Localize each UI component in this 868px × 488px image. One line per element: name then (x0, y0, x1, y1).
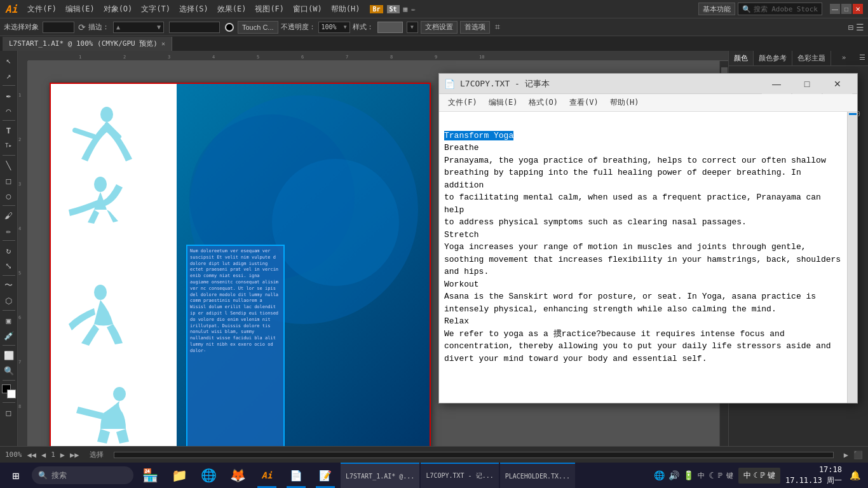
taskbar-search[interactable]: 🔍 搜索 (32, 466, 133, 484)
taskbar-app-illustrator[interactable]: Ai (253, 463, 281, 488)
touch-type-tool[interactable]: T▸ (2, 139, 16, 152)
stock-icon[interactable]: St (387, 5, 400, 13)
notepad-restore-button[interactable]: □ (792, 74, 822, 94)
notification-icon[interactable]: 🔔 (850, 470, 860, 480)
zoom-tool[interactable]: 🔍 (2, 363, 16, 377)
taskbar-app-notepad2[interactable]: 📝 (311, 463, 339, 488)
menu-view[interactable]: 视图(F) (251, 3, 288, 16)
feature-button[interactable]: 基本功能 (698, 3, 735, 15)
paintbrush-tool[interactable]: 🖌 (2, 208, 16, 222)
page-next-btn2[interactable]: ▶▶ (70, 451, 79, 459)
ime-block[interactable]: 中 ☾ ℙ 键 (738, 468, 780, 484)
more-icon[interactable]: ☰ (856, 22, 864, 32)
arrange-icon[interactable]: ⌗ (495, 22, 500, 32)
minimize-button[interactable]: — (830, 4, 840, 14)
close-button[interactable]: ✕ (853, 4, 863, 14)
artboard-textbox[interactable]: Num doloreetum ver esequam ver suscipsit… (186, 245, 285, 470)
screen-mode-icon[interactable]: □ (2, 405, 16, 419)
color-boxes[interactable] (2, 384, 16, 398)
notepad-menu-help[interactable]: 帮助(H) (605, 96, 644, 109)
warp-tool[interactable]: 〜 (2, 278, 16, 292)
restore-button[interactable]: □ (841, 4, 851, 14)
menu-object[interactable]: 对象(O) (100, 3, 137, 16)
bridge-icon[interactable]: Br (370, 5, 383, 13)
notepad-minimize-button[interactable]: — (762, 74, 791, 94)
yoga-figures-svg (50, 83, 177, 470)
network-icon[interactable]: 🌐 (654, 470, 665, 480)
direct-select-tool[interactable]: ↗ (2, 69, 16, 83)
clock[interactable]: 17:18 17.11.13 周一 (785, 464, 842, 486)
ime-p[interactable]: ℙ (718, 471, 722, 480)
ime-moon[interactable]: ☾ (709, 470, 714, 480)
eyedropper-tool[interactable]: 💉 (2, 329, 16, 342)
ellipse-tool[interactable]: ○ (2, 189, 16, 203)
volume-icon[interactable]: 🔊 (668, 470, 679, 480)
taskbar-label-ai[interactable]: L7START_1.AI* @... (341, 463, 419, 488)
line-tool[interactable]: ╲ (2, 158, 16, 172)
curvature-tool[interactable]: ⌒ (2, 104, 16, 118)
menu-help[interactable]: 帮助(H) (327, 3, 364, 16)
panel-toggle-icon[interactable]: ⊟ (848, 22, 853, 32)
top-menubar: Ai 文件(F) 编辑(E) 对象(O) 文字(T) 选择(S) 效果(E) 视… (0, 0, 868, 18)
taskbar-app-notepad[interactable]: 📄 (282, 463, 310, 488)
touch-btn[interactable]: Touch C... (238, 21, 278, 34)
page-prev-btn2[interactable]: ◀ (41, 451, 46, 459)
grid-icon[interactable]: ▦ (403, 5, 408, 13)
page-next-btn[interactable]: ▶ (60, 451, 65, 459)
pen-tool[interactable]: ✒ (2, 88, 16, 102)
rect-tool[interactable]: □ (2, 173, 16, 187)
stop-btn[interactable]: ⬛ (853, 451, 863, 459)
left-toolpanel: ↖ ↗ ✒ ⌒ T T▸ ╲ □ ○ 🖌 ✏ ↻ ⤡ 〜 ⬡ ▣ 💉 ⬜ 🔍 □ (0, 51, 18, 470)
notepad2-icon: 📝 (319, 470, 332, 482)
panel-expand-icon[interactable]: » (839, 51, 849, 65)
style-label: 样式： (353, 22, 374, 32)
select-tool[interactable]: ↖ (2, 53, 16, 67)
notepad-menu-format[interactable]: 格式(O) (524, 96, 563, 109)
taskbar-label-notepad[interactable]: L7COPY.TXT - 记... (421, 463, 498, 488)
blend-tool[interactable]: ⬡ (2, 294, 16, 308)
page-prev-btn[interactable]: ◀◀ (27, 451, 36, 459)
notepad-close-button[interactable]: ✕ (823, 74, 852, 94)
document-tab[interactable]: L7START_1.AI* @ 100% (CMYK/GPU 预览) ✕ (3, 37, 172, 51)
notepad-text-area[interactable]: Transform Yoga Breathe Pranayama, the yo… (439, 112, 847, 403)
pen-icon[interactable]: ✏ (411, 5, 416, 13)
ime-key[interactable]: 键 (726, 471, 733, 480)
opacity-label: 不透明度： (281, 22, 316, 32)
battery-icon[interactable]: 🔋 (683, 470, 694, 480)
menu-select[interactable]: 选择(S) (175, 3, 212, 16)
notepad-scrollbar[interactable] (847, 112, 857, 403)
notepad-menubar: 文件(F) 编辑(E) 格式(O) 查看(V) 帮助(H) (439, 94, 857, 112)
taskbar-app-folder[interactable]: 📁 (165, 463, 193, 488)
start-button[interactable]: ⊞ (0, 463, 32, 488)
background-color[interactable] (7, 390, 16, 398)
progress-bar (114, 452, 834, 458)
color-theme-tab[interactable]: 色彩主题 (792, 51, 831, 65)
taskbar-app-store[interactable]: 🏪 (136, 463, 164, 488)
taskbar-label-placeholder[interactable]: PLACEHOLDER.TX... (500, 463, 575, 488)
pencil-tool[interactable]: ✏ (2, 224, 16, 238)
taskbar-app-firefox[interactable]: 🦊 (224, 463, 252, 488)
notepad-menu-file[interactable]: 文件(F) (443, 96, 482, 109)
ime-cn-display: 中 (743, 470, 751, 481)
color-guide-tab[interactable]: 颜色参考 (754, 51, 792, 65)
artboard-tool[interactable]: ⬜ (2, 348, 16, 362)
notepad-menu-view[interactable]: 查看(V) (564, 96, 604, 109)
notepad-menu-edit[interactable]: 编辑(E) (484, 96, 523, 109)
scale-tool[interactable]: ⤡ (2, 259, 16, 273)
preferences-button[interactable]: 首选项 (460, 21, 490, 34)
color-tab[interactable]: 颜色 (729, 51, 754, 65)
menu-text[interactable]: 文字(T) (137, 3, 174, 16)
type-tool[interactable]: T (2, 123, 16, 137)
play-btn[interactable]: ▶ (844, 451, 848, 459)
panel-menu-icon[interactable]: ☰ (857, 51, 868, 65)
taskbar-app-edge[interactable]: 🌐 (194, 463, 222, 488)
menu-effect[interactable]: 效果(E) (214, 3, 250, 16)
gradient-tool[interactable]: ▣ (2, 313, 16, 327)
rotate-tool[interactable]: ↻ (2, 243, 16, 257)
doc-settings-button[interactable]: 文档设置 (421, 21, 458, 34)
menu-file[interactable]: 文件(F) (24, 3, 60, 16)
menu-edit[interactable]: 编辑(E) (62, 3, 98, 16)
tab-close-icon[interactable]: ✕ (161, 40, 165, 47)
menu-window[interactable]: 窗口(W) (289, 3, 326, 16)
ime-cn[interactable]: 中 (698, 471, 705, 480)
